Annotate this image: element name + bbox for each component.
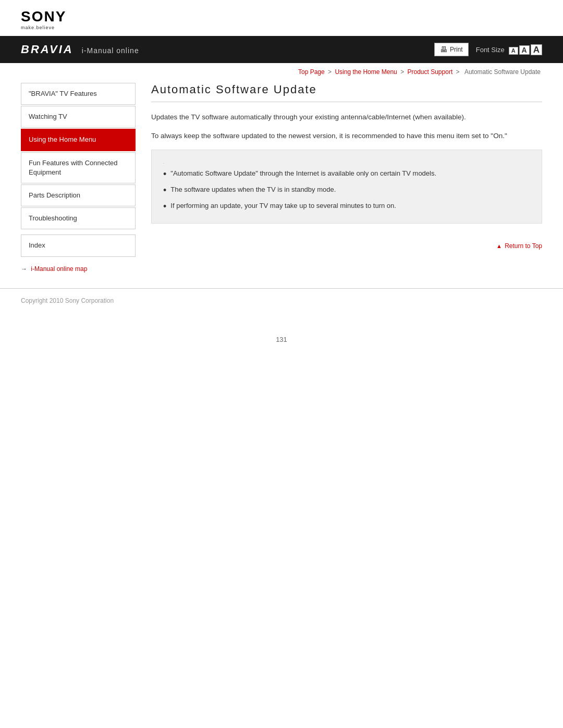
sony-tagline: make.believe bbox=[21, 25, 66, 30]
breadcrumb: Top Page > Using the Home Menu > Product… bbox=[0, 63, 563, 79]
print-icon: 🖶 bbox=[440, 45, 447, 54]
font-medium-button[interactable]: A bbox=[519, 45, 530, 55]
font-size-controls: A A A bbox=[509, 44, 542, 55]
nav-bar: BRAVIA i-Manual online 🖶 Print Font Size… bbox=[0, 36, 563, 63]
note-text-2: The software updates when the TV is in s… bbox=[170, 184, 336, 195]
font-size-label: Font Size bbox=[476, 46, 505, 54]
return-to-top-row: ▲ Return to Top bbox=[151, 239, 542, 250]
sidebar-item-parts-description[interactable]: Parts Description bbox=[21, 184, 136, 206]
sidebar-item-home-menu[interactable]: Using the Home Menu bbox=[21, 129, 136, 151]
bullet-1: • bbox=[163, 168, 166, 181]
breadcrumb-top-page[interactable]: Top Page bbox=[298, 68, 325, 76]
note-dot: . bbox=[163, 159, 530, 166]
content-area: Automatic Software Update Updates the TV… bbox=[151, 83, 542, 273]
sidebar-item-fun-features[interactable]: Fun Features with Connected Equipment bbox=[21, 152, 136, 183]
nav-left: BRAVIA i-Manual online bbox=[21, 43, 139, 56]
breadcrumb-sep1: > bbox=[328, 68, 332, 76]
sony-logo: SONY make.believe bbox=[21, 9, 66, 30]
content-paragraph-1: Updates the TV software automatically th… bbox=[151, 112, 542, 123]
font-small-button[interactable]: A bbox=[509, 47, 518, 55]
page-number: 131 bbox=[0, 336, 563, 354]
breadcrumb-home-menu[interactable]: Using the Home Menu bbox=[335, 68, 397, 76]
note-line-3: • If performing an update, your TV may t… bbox=[163, 200, 530, 213]
sidebar-item-troubleshooting[interactable]: Troubleshooting bbox=[21, 207, 136, 229]
sidebar-item-watching-tv[interactable]: Watching TV bbox=[21, 106, 136, 128]
sidebar-item-bravia-features[interactable]: "BRAVIA" TV Features bbox=[21, 83, 136, 105]
footer: Copyright 2010 Sony Corporation bbox=[0, 288, 563, 315]
breadcrumb-product-support[interactable]: Product Support bbox=[408, 68, 453, 76]
main-layout: "BRAVIA" TV Features Watching TV Using t… bbox=[0, 83, 563, 273]
bullet-3: • bbox=[163, 200, 166, 213]
breadcrumb-sep3: > bbox=[456, 68, 460, 76]
imanual-map-link[interactable]: i-Manual online map bbox=[31, 265, 87, 273]
breadcrumb-current: Automatic Software Update bbox=[464, 68, 541, 76]
bullet-2: • bbox=[163, 184, 166, 197]
font-large-button[interactable]: A bbox=[531, 44, 542, 55]
header-logo-area: SONY make.believe bbox=[0, 0, 563, 36]
arrow-icon: → bbox=[21, 265, 27, 273]
note-text-3: If performing an update, your TV may tak… bbox=[170, 200, 396, 212]
sidebar-item-index[interactable]: Index bbox=[21, 235, 136, 256]
note-line-1: • "Automatic Software Update" through th… bbox=[163, 168, 530, 181]
print-button[interactable]: 🖶 Print bbox=[434, 43, 469, 56]
return-to-top-link[interactable]: ▲ Return to Top bbox=[496, 242, 542, 250]
nav-right: 🖶 Print Font Size A A A bbox=[434, 43, 542, 56]
note-box: . • "Automatic Software Update" through … bbox=[151, 150, 542, 223]
bravia-logo: BRAVIA bbox=[21, 43, 74, 56]
copyright-text: Copyright 2010 Sony Corporation bbox=[21, 297, 114, 304]
content-paragraph-2: To always keep the software updated to t… bbox=[151, 130, 542, 142]
print-label: Print bbox=[450, 46, 463, 53]
nav-subtitle: i-Manual online bbox=[82, 46, 139, 55]
return-to-top-label: Return to Top bbox=[505, 242, 542, 250]
note-text-1: "Automatic Software Update" through the … bbox=[170, 168, 436, 179]
note-line-2: • The software updates when the TV is in… bbox=[163, 184, 530, 197]
return-arrow-icon: ▲ bbox=[496, 243, 502, 249]
sony-wordmark: SONY bbox=[21, 8, 66, 24]
breadcrumb-sep2: > bbox=[400, 68, 404, 76]
sidebar-map-link: → i-Manual online map bbox=[21, 265, 136, 273]
page-title: Automatic Software Update bbox=[151, 83, 542, 102]
sidebar: "BRAVIA" TV Features Watching TV Using t… bbox=[21, 83, 136, 273]
